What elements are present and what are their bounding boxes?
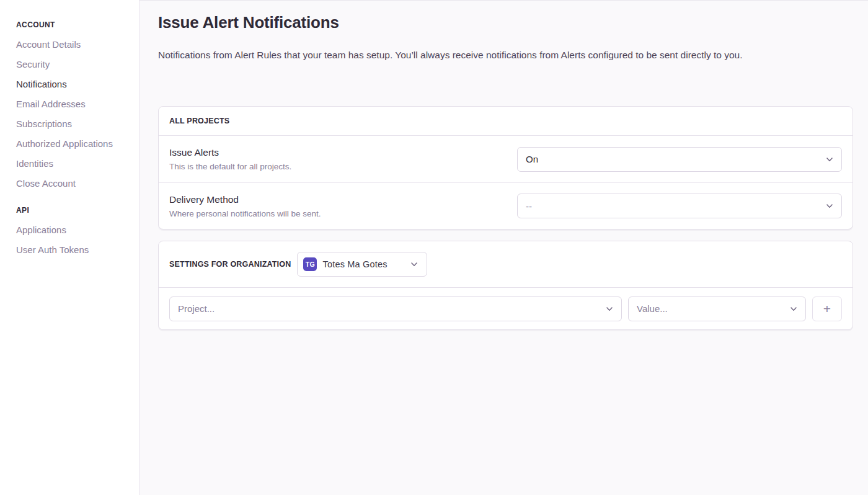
delivery-method-text: Delivery Method Where personal notificat… — [169, 194, 321, 218]
sidebar-item-account-details[interactable]: Account Details — [16, 40, 130, 49]
chevron-down-icon — [604, 304, 614, 314]
add-override-button[interactable]: + — [812, 297, 842, 321]
organization-selector[interactable]: TG Totes Ma Gotes — [297, 252, 427, 277]
project-select[interactable]: Project... — [169, 297, 622, 321]
delivery-method-select-value: -- — [526, 201, 532, 212]
sidebar-item-applications[interactable]: Applications — [16, 225, 130, 234]
sidebar-item-authorized-applications[interactable]: Authorized Applications — [16, 139, 130, 148]
issue-alerts-label: Issue Alerts — [169, 147, 291, 158]
org-settings-header-label: SETTINGS FOR ORGANIZATION — [169, 260, 291, 269]
chevron-down-icon — [409, 259, 419, 269]
all-projects-panel-body: Issue Alerts This is the default for all… — [159, 136, 852, 229]
sidebar-section-account: ACCOUNT Account Details Security Notific… — [16, 20, 130, 188]
sidebar-item-close-account[interactable]: Close Account — [16, 179, 130, 188]
org-settings-panel-header: SETTINGS FOR ORGANIZATION TG Totes Ma Go… — [159, 241, 852, 288]
delivery-method-select[interactable]: -- — [517, 194, 842, 218]
sidebar-header-account: ACCOUNT — [16, 20, 130, 29]
issue-alerts-select-value: On — [526, 154, 538, 164]
settings-sidebar: ACCOUNT Account Details Security Notific… — [0, 0, 140, 495]
page-description: Notifications from Alert Rules that your… — [158, 49, 853, 61]
project-select-placeholder: Project... — [178, 303, 215, 314]
sidebar-item-subscriptions[interactable]: Subscriptions — [16, 119, 130, 128]
org-settings-panel: SETTINGS FOR ORGANIZATION TG Totes Ma Go… — [158, 241, 853, 330]
sidebar-item-email-addresses[interactable]: Email Addresses — [16, 99, 130, 109]
issue-alerts-row: Issue Alerts This is the default for all… — [159, 136, 852, 182]
chevron-down-icon — [825, 154, 835, 164]
fine-tune-row: Project... Value... + — [159, 288, 852, 329]
sidebar-header-api: API — [16, 206, 130, 215]
organization-name: Totes Ma Gotes — [322, 259, 404, 269]
organization-avatar: TG — [303, 257, 317, 271]
issue-alerts-text: Issue Alerts This is the default for all… — [169, 147, 291, 171]
all-projects-panel-header: ALL PROJECTS — [159, 107, 852, 136]
sidebar-item-user-auth-tokens[interactable]: User Auth Tokens — [16, 245, 130, 254]
chevron-down-icon — [789, 304, 799, 314]
chevron-down-icon — [825, 201, 835, 211]
delivery-method-row: Delivery Method Where personal notificat… — [159, 182, 852, 229]
plus-icon: + — [823, 302, 831, 315]
sidebar-section-api: API Applications User Auth Tokens — [16, 206, 130, 254]
issue-alerts-select[interactable]: On — [517, 147, 842, 172]
all-projects-panel: ALL PROJECTS Issue Alerts This is the de… — [158, 106, 853, 230]
delivery-method-label: Delivery Method — [169, 194, 321, 205]
sidebar-item-security[interactable]: Security — [16, 60, 130, 69]
issue-alerts-help: This is the default for all projects. — [169, 162, 291, 171]
delivery-method-help: Where personal notifications will be sen… — [169, 209, 321, 218]
sidebar-item-identities[interactable]: Identities — [16, 159, 130, 168]
sidebar-item-notifications[interactable]: Notifications — [16, 79, 130, 89]
value-select[interactable]: Value... — [628, 297, 806, 321]
main-content: Issue Alert Notifications Notifications … — [140, 0, 868, 495]
value-select-placeholder: Value... — [637, 303, 668, 314]
app-window: ACCOUNT Account Details Security Notific… — [0, 0, 868, 495]
page-title: Issue Alert Notifications — [158, 13, 853, 32]
